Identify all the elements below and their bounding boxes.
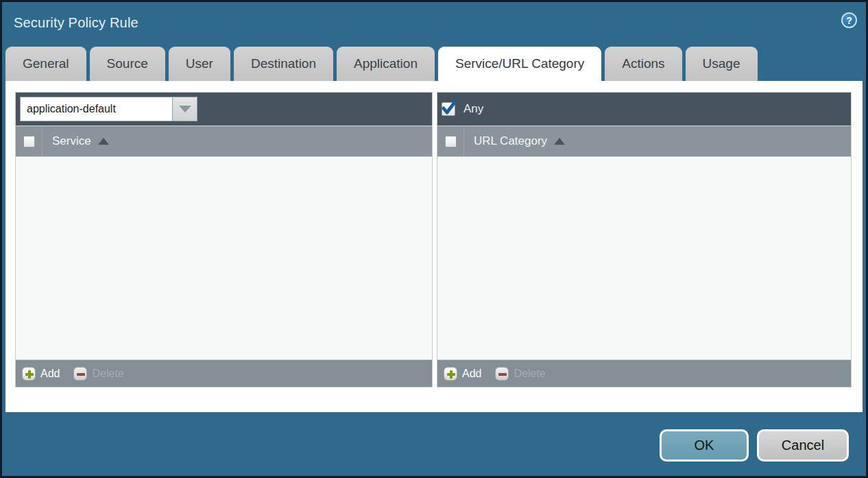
url-category-list[interactable] <box>437 157 851 359</box>
titlebar: Security Policy Rule ? <box>2 2 866 45</box>
tab-bar: General Source User Destination Applicat… <box>5 47 758 81</box>
url-category-panel: Any URL Category Add <box>437 92 852 387</box>
service-panel: Service Add Delete <box>15 92 433 387</box>
minus-icon <box>495 367 509 381</box>
url-category-select-all-checkbox[interactable] <box>445 136 457 147</box>
any-checkbox-label: Any <box>463 102 483 116</box>
tab-general[interactable]: General <box>5 47 86 81</box>
url-category-footer: Add Delete <box>437 359 851 387</box>
add-button-label: Add <box>40 368 60 380</box>
service-column-label: Service <box>52 134 91 148</box>
url-category-add-button[interactable]: Add <box>444 367 481 381</box>
tab-actions[interactable]: Actions <box>605 47 682 81</box>
url-category-column-header[interactable]: URL Category <box>474 134 565 148</box>
add-button-label: Add <box>462 368 481 380</box>
plus-icon <box>22 367 36 381</box>
url-category-select-all-cell <box>437 126 464 156</box>
ok-button[interactable]: OK <box>660 429 749 462</box>
url-category-column-header-row: URL Category <box>437 126 851 157</box>
any-checkbox[interactable] <box>442 102 455 116</box>
checkmark-icon <box>441 99 457 116</box>
service-toolbar <box>16 93 432 126</box>
tab-content-area: Service Add Delete <box>5 81 863 412</box>
tab-service-url-category[interactable]: Service/URL Category <box>438 47 601 81</box>
delete-button-label: Delete <box>514 368 545 380</box>
tab-application[interactable]: Application <box>337 47 435 81</box>
service-column-header[interactable]: Service <box>52 134 109 148</box>
tab-user[interactable]: User <box>169 47 230 81</box>
service-type-combobox <box>20 97 197 121</box>
minus-icon <box>73 367 87 381</box>
cancel-button[interactable]: Cancel <box>757 429 849 462</box>
url-category-toolbar: Any <box>437 93 851 126</box>
sort-ascending-icon <box>554 138 565 145</box>
service-list[interactable] <box>16 157 432 359</box>
plus-icon <box>444 367 457 381</box>
service-delete-button[interactable]: Delete <box>73 367 123 381</box>
service-select-all-checkbox[interactable] <box>23 136 35 147</box>
security-policy-rule-dialog: Security Policy Rule ? General Source Us… <box>0 0 868 478</box>
url-category-column-label: URL Category <box>474 134 547 148</box>
service-footer: Add Delete <box>16 359 432 387</box>
sort-ascending-icon <box>98 138 109 145</box>
help-icon[interactable]: ? <box>841 12 857 28</box>
service-column-header-row: Service <box>16 126 432 157</box>
tab-destination[interactable]: Destination <box>234 47 333 81</box>
tab-source[interactable]: Source <box>90 47 165 81</box>
delete-button-label: Delete <box>92 368 123 380</box>
tab-usage[interactable]: Usage <box>686 47 758 81</box>
service-type-dropdown-button[interactable] <box>172 97 197 121</box>
chevron-down-icon <box>179 106 191 112</box>
service-select-all-cell <box>16 126 43 156</box>
help-glyph: ? <box>846 15 852 26</box>
url-category-delete-button[interactable]: Delete <box>495 367 545 381</box>
service-type-input[interactable] <box>20 97 172 121</box>
dialog-title: Security Policy Rule <box>14 15 138 31</box>
service-add-button[interactable]: Add <box>22 367 60 381</box>
